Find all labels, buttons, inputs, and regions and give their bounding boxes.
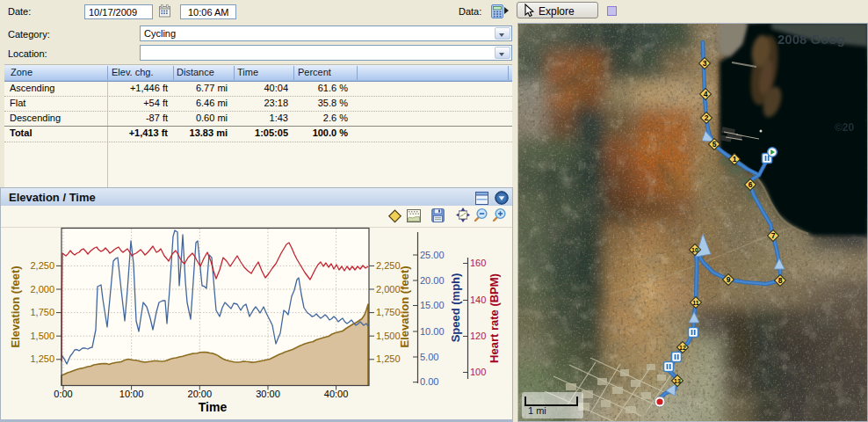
svg-text:Elevation (feet): Elevation (feet): [398, 266, 411, 347]
svg-text:1,250: 1,250: [376, 353, 401, 364]
svg-text:120: 120: [470, 331, 486, 341]
svg-text:1: 1: [733, 155, 737, 164]
svg-text:10: 10: [691, 247, 698, 253]
svg-text:30:00: 30:00: [256, 389, 280, 399]
svg-text:9: 9: [727, 275, 731, 284]
svg-text:15.00: 15.00: [420, 300, 445, 310]
svg-text:11: 11: [692, 300, 699, 306]
svg-text:10:00: 10:00: [119, 389, 144, 399]
svg-text:Elevation (feet): Elevation (feet): [9, 266, 22, 347]
svg-text:0.00: 0.00: [420, 376, 438, 387]
svg-text:1,750: 1,750: [30, 307, 54, 317]
svg-text:Heart rate (BPM): Heart rate (BPM): [488, 273, 501, 363]
svg-text:3: 3: [703, 59, 707, 68]
svg-text:2,000: 2,000: [376, 284, 401, 295]
svg-text:1,250: 1,250: [30, 353, 54, 364]
svg-text:25.00: 25.00: [420, 250, 445, 260]
svg-text:5.00: 5.00: [420, 352, 438, 362]
svg-text:2: 2: [705, 113, 709, 122]
svg-text:10.00: 10.00: [420, 326, 445, 337]
svg-text:7: 7: [771, 231, 776, 240]
svg-text:13: 13: [674, 378, 681, 384]
svg-text:Time: Time: [199, 400, 228, 414]
svg-text:20.00: 20.00: [420, 275, 445, 286]
svg-text:140: 140: [470, 295, 486, 305]
svg-text:40:00: 40:00: [324, 389, 349, 399]
svg-text:160: 160: [470, 258, 486, 268]
svg-text:0:00: 0:00: [54, 389, 72, 399]
svg-text:1,500: 1,500: [30, 331, 54, 341]
svg-text:20:00: 20:00: [188, 389, 213, 399]
svg-text:100: 100: [470, 367, 486, 377]
svg-text:12: 12: [679, 345, 686, 351]
svg-text:2,000: 2,000: [30, 284, 54, 295]
svg-text:2008 Goog: 2008 Goog: [778, 32, 845, 47]
svg-text:1,750: 1,750: [376, 307, 401, 317]
svg-text:©20: ©20: [835, 121, 855, 134]
svg-text:1 mi: 1 mi: [528, 405, 546, 416]
svg-text:2,250: 2,250: [30, 260, 54, 271]
svg-text:Speed (mph): Speed (mph): [449, 273, 462, 343]
svg-text:5: 5: [712, 140, 717, 149]
svg-text:2,250: 2,250: [376, 260, 401, 271]
svg-text:8: 8: [778, 276, 783, 285]
svg-text:1,500: 1,500: [376, 331, 401, 341]
svg-text:6: 6: [749, 180, 753, 189]
svg-text:4: 4: [704, 90, 708, 98]
